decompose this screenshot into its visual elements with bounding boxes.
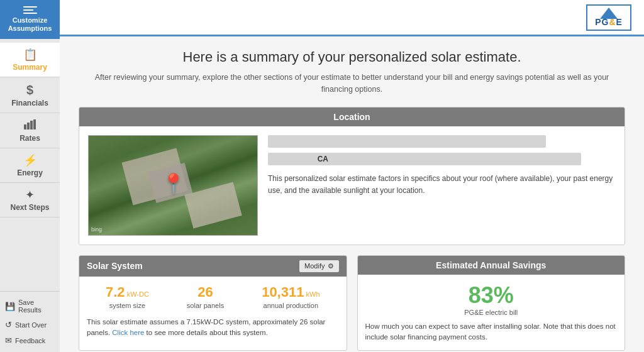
feedback-label: Feedback [15,337,45,344]
gear-icon: ⚙ [328,262,334,270]
location-card-header: Location [79,107,625,126]
svg-rect-1 [27,123,30,129]
next-steps-icon: ✦ [25,189,35,201]
save-results-button[interactable]: 💾 Save Results [0,295,60,317]
sidebar-bottom: 💾 Save Results ↺ Start Over ✉ Feedback [0,291,60,352]
feedback-icon: ✉ [5,336,12,345]
start-over-icon: ↺ [5,320,12,329]
energy-icon: ⚡ [23,155,37,166]
financials-icon: $ [26,84,33,96]
solar-description: This solar estimate assumes a 7.15kW-DC … [79,314,347,346]
modify-button[interactable]: Modify ⚙ [299,260,338,272]
main-content: PG&E Here is a summary of your personali… [60,0,644,352]
stat-system-size-value: 7.2 kW-DC [106,284,149,300]
stat-system-size: 7.2 kW-DC system size [106,284,149,309]
summary-icon: 📋 [23,49,37,60]
page-subtitle: After reviewing your summary, explore th… [79,72,625,96]
sidebar-item-rates-label: Rates [19,134,40,143]
svg-rect-0 [24,124,26,129]
sidebar: CustomizeAssumptions 📋 Summary $ Financi… [0,0,60,352]
stat-annual-production-value: 10,311 kWh [262,284,319,300]
sidebar-nav: 📋 Summary $ Financials Rates ⚡ Energy [0,39,60,291]
sidebar-item-energy-label: Energy [17,168,43,177]
modify-label: Modify [304,262,325,270]
solar-card-header: Solar System Modify ⚙ [79,256,347,277]
save-results-label: Save Results [18,299,55,314]
stat-solar-panels-value: 26 [187,284,224,300]
savings-card-header: Estimated Annual Savings [358,256,625,275]
solar-stats: 7.2 kW-DC system size 26 solar panels 10… [79,277,347,314]
sidebar-item-next-steps-label: Next Steps [10,203,49,212]
savings-card-body: 83% PG&E electric bill How much you can … [358,275,625,351]
solar-system-card: Solar System Modify ⚙ 7.2 kW-DC system s… [79,255,347,351]
stat-solar-panels-label: solar panels [187,302,224,309]
start-over-button[interactable]: ↺ Start Over [0,317,60,333]
pge-logo: PG&E [586,4,631,31]
svg-rect-3 [33,119,36,129]
location-info: CA This personalized solar estimate fact… [268,135,616,236]
sidebar-item-summary[interactable]: 📋 Summary [0,43,60,77]
save-icon: 💾 [5,302,15,311]
page-title: Here is a summary of your personalized s… [79,49,625,65]
start-over-label: Start Over [15,321,47,329]
stat-annual-production-unit: kWh [304,290,319,298]
location-description: This personalized solar estimate factors… [268,173,616,197]
sidebar-item-summary-label: Summary [13,63,47,72]
page-content: Here is a summary of your personalized s… [60,36,644,352]
sidebar-item-financials[interactable]: $ Financials [0,77,60,113]
stat-system-size-unit: kW-DC [125,290,149,298]
sidebar-item-financials-label: Financials [11,99,48,107]
address-line-1 [268,135,546,148]
solar-card-title: Solar System [87,261,143,271]
stat-solar-panels: 26 solar panels [187,284,224,309]
stat-system-size-label: system size [106,302,149,309]
location-card-body: 📍 bing CA This personalized solar estima… [79,126,625,245]
stat-annual-production-label: annual production [262,302,319,309]
feedback-button[interactable]: ✉ Feedback [0,333,60,348]
sidebar-item-rates[interactable]: Rates [0,113,60,148]
stat-annual-production: 10,311 kWh annual production [262,284,319,309]
savings-description: How much you can expect to save after in… [365,321,618,343]
location-card: Location 📍 bing [79,107,625,245]
savings-percentage: 83% [365,282,618,309]
customize-icon [23,6,37,14]
bing-watermark: bing [91,226,102,233]
header: PG&E [60,0,644,36]
svg-rect-2 [30,121,33,129]
savings-card: Estimated Annual Savings 83% PG&E electr… [357,255,626,351]
address-line-2: CA [268,153,581,165]
click-here-link[interactable]: Click here [112,329,144,336]
map-image: 📍 bing [88,135,258,236]
savings-sublabel: PG&E electric bill [365,309,618,316]
customize-label: CustomizeAssumptions [8,16,52,33]
sidebar-item-next-steps[interactable]: ✦ Next Steps [0,183,60,217]
customize-assumptions-button[interactable]: CustomizeAssumptions [0,0,60,39]
rates-icon [24,119,36,131]
logo-text: PG&E [595,17,623,27]
bottom-cards-row: Solar System Modify ⚙ 7.2 kW-DC system s… [79,255,625,351]
sidebar-item-energy[interactable]: ⚡ Energy [0,148,60,183]
map-pin-icon: 📍 [162,172,185,194]
